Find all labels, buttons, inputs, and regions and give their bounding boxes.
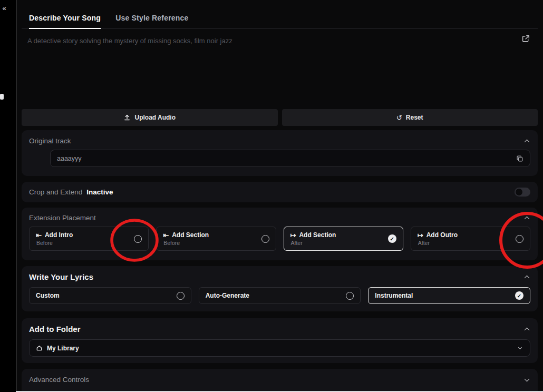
extension-placement-title: Extension Placement bbox=[29, 214, 96, 222]
arrow-to-start-icon: ⇤ bbox=[163, 232, 169, 239]
option-subtitle: After bbox=[418, 240, 458, 246]
tab-label: Use Style Reference bbox=[115, 14, 188, 22]
tab-use-style-reference[interactable]: Use Style Reference bbox=[115, 7, 188, 28]
radio-icon bbox=[261, 235, 269, 243]
collapse-sidebar-icon[interactable]: « bbox=[0, 4, 8, 12]
chevron-down-icon bbox=[518, 345, 521, 349]
option-subtitle: Before bbox=[163, 240, 209, 246]
radio-icon bbox=[134, 235, 142, 243]
collapse-extension-placement-button[interactable] bbox=[523, 214, 530, 222]
reset-icon: ↺ bbox=[396, 114, 402, 122]
expand-icon[interactable] bbox=[521, 34, 530, 45]
radio-icon bbox=[516, 235, 523, 243]
option-title: Auto-Generate bbox=[206, 292, 249, 299]
add-to-folder-section: Add to Folder My Library bbox=[22, 318, 538, 363]
original-track-field bbox=[50, 150, 530, 167]
expand-advanced-controls-button[interactable] bbox=[523, 376, 530, 384]
toggle-knob bbox=[516, 189, 522, 195]
chevron-up-icon bbox=[524, 275, 529, 280]
option-subtitle: After bbox=[290, 240, 336, 246]
advanced-controls-section: Advanced Controls bbox=[22, 369, 538, 392]
option-add-outro[interactable]: ↦ Add Outro After bbox=[411, 227, 530, 251]
add-to-folder-title: Add to Folder bbox=[29, 325, 81, 334]
extension-placement-section: Extension Placement ⇤ Add Intro Before bbox=[22, 208, 538, 260]
copy-icon[interactable] bbox=[516, 155, 523, 162]
folder-select-dropdown[interactable]: My Library bbox=[29, 339, 530, 357]
upload-icon bbox=[123, 114, 131, 121]
option-subtitle: Before bbox=[36, 240, 73, 246]
upload-audio-button[interactable]: Upload Audio bbox=[22, 109, 278, 126]
write-your-lyrics-section: Write Your Lyrics Custom Auto-Generate I… bbox=[22, 266, 538, 311]
radio-icon bbox=[177, 292, 185, 300]
option-instrumental[interactable]: Instrumental ✓ bbox=[368, 287, 530, 304]
tab-label: Describe Your Song bbox=[29, 14, 101, 22]
advanced-controls-title: Advanced Controls bbox=[29, 376, 89, 384]
upload-audio-label: Upload Audio bbox=[134, 114, 176, 121]
original-track-section: Original track bbox=[22, 130, 538, 176]
selected-check-icon: ✓ bbox=[388, 234, 396, 243]
option-title: Custom bbox=[36, 292, 60, 299]
radio-icon bbox=[346, 292, 354, 300]
crop-extend-toggle[interactable] bbox=[515, 188, 530, 197]
option-add-intro[interactable]: ⇤ Add Intro Before bbox=[29, 227, 149, 251]
chevron-up-icon bbox=[524, 327, 529, 332]
collapse-folder-button[interactable] bbox=[523, 326, 530, 333]
collapsed-sidebar: « bbox=[0, 0, 16, 392]
song-description-input[interactable] bbox=[22, 29, 538, 108]
chevron-up-icon bbox=[524, 216, 529, 221]
main-panel: Describe Your Song Use Style Reference bbox=[22, 0, 538, 392]
crop-extend-status: Inactive bbox=[86, 188, 113, 196]
tab-bar: Describe Your Song Use Style Reference bbox=[22, 7, 538, 29]
option-title: Add Outro bbox=[426, 231, 458, 239]
crop-and-extend-section: Crop and Extend Inactive bbox=[22, 182, 538, 202]
reset-button[interactable]: ↺ Reset bbox=[282, 109, 538, 126]
option-title: Add Section bbox=[299, 231, 336, 239]
arrow-from-bar-icon: ↦ bbox=[418, 232, 423, 239]
crop-extend-label: Crop and Extend bbox=[29, 188, 82, 196]
option-custom-lyrics[interactable]: Custom bbox=[29, 287, 191, 304]
song-description-area bbox=[22, 29, 538, 108]
action-buttons-row: Upload Audio ↺ Reset bbox=[22, 109, 538, 126]
option-add-section-after[interactable]: ↦ Add Section After ✓ bbox=[284, 227, 403, 251]
sidebar-divider bbox=[16, 0, 16, 392]
arrow-to-start-icon: ⇤ bbox=[36, 232, 42, 239]
app-window: « Describe Your Song Use Style Reference bbox=[0, 0, 543, 392]
option-title: Add Section bbox=[172, 231, 209, 239]
original-track-title: Original track bbox=[29, 137, 71, 145]
chevron-down-icon bbox=[524, 376, 529, 381]
collapse-lyrics-button[interactable] bbox=[523, 273, 530, 281]
option-title: Instrumental bbox=[375, 292, 413, 299]
option-title: Add Intro bbox=[45, 231, 73, 239]
arrow-from-bar-icon: ↦ bbox=[290, 232, 296, 239]
dropdown-chevron bbox=[516, 345, 523, 352]
sidebar-handle[interactable] bbox=[0, 94, 4, 100]
reset-label: Reset bbox=[406, 114, 423, 121]
selected-folder-label: My Library bbox=[47, 345, 79, 352]
option-auto-generate-lyrics[interactable]: Auto-Generate bbox=[199, 287, 361, 304]
library-icon bbox=[36, 345, 43, 351]
selected-check-icon: ✓ bbox=[515, 291, 523, 300]
write-your-lyrics-title: Write Your Lyrics bbox=[29, 272, 93, 281]
option-add-section-before[interactable]: ⇤ Add Section Before bbox=[156, 227, 276, 251]
tab-describe-your-song[interactable]: Describe Your Song bbox=[29, 7, 101, 28]
chevron-up-icon bbox=[524, 139, 529, 144]
original-track-input[interactable] bbox=[57, 155, 516, 162]
collapse-original-track-button[interactable] bbox=[523, 138, 530, 145]
